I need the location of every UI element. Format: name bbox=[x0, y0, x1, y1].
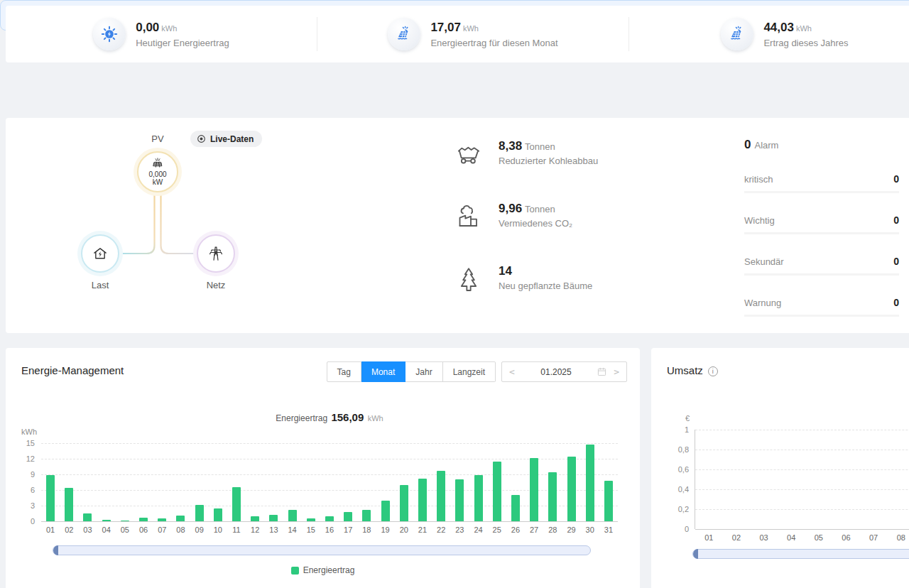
bar-23[interactable] bbox=[455, 479, 464, 521]
benefit-value: 8,38 bbox=[499, 139, 522, 153]
bar-13[interactable] bbox=[269, 515, 278, 521]
bar-02[interactable] bbox=[65, 488, 73, 521]
legend-label: Energieertrag bbox=[303, 565, 355, 575]
load-node[interactable] bbox=[81, 234, 119, 273]
dashboard: 0,00kWh Heutiger Energieertrag 17,07 bbox=[0, 0, 909, 588]
bar-04[interactable] bbox=[102, 520, 111, 521]
revenue-bar-chart: 00,20,40,60,810102030405060708091011 bbox=[695, 430, 909, 529]
grid-node[interactable] bbox=[197, 234, 235, 273]
bar-03[interactable] bbox=[83, 513, 92, 521]
bar-05[interactable] bbox=[121, 521, 129, 522]
pv-node[interactable]: 0,000 kW bbox=[137, 151, 178, 192]
tab-jahr[interactable]: Jahr bbox=[405, 361, 442, 382]
x-tick-label: 01 bbox=[41, 526, 60, 534]
chart-total-value: 156,09 bbox=[331, 411, 364, 423]
bar-22[interactable] bbox=[437, 471, 445, 521]
bar-21[interactable] bbox=[418, 479, 427, 521]
y-tick-label: 12 bbox=[12, 454, 35, 463]
y-tick-label: 9 bbox=[12, 470, 35, 479]
alarm-row-warning[interactable]: Warnung 0 bbox=[744, 297, 899, 317]
x-tick-label: 16 bbox=[320, 526, 339, 534]
bar-31[interactable] bbox=[604, 481, 613, 521]
bar-27[interactable] bbox=[530, 458, 538, 521]
stat-label: Energieertrag für diesen Monat bbox=[430, 38, 557, 48]
gridline bbox=[41, 443, 618, 444]
bar-18[interactable] bbox=[362, 510, 371, 521]
tab-langzeit[interactable]: Langzeit bbox=[443, 361, 496, 382]
prev-period-button[interactable]: < bbox=[509, 366, 515, 377]
bar-14[interactable] bbox=[288, 510, 297, 521]
bar-12[interactable] bbox=[251, 516, 259, 521]
x-tick-label: 01 bbox=[695, 533, 723, 542]
bar-25[interactable] bbox=[493, 462, 501, 521]
solar-panel-icon bbox=[388, 18, 420, 50]
alarm-row-major[interactable]: Wichtig 0 bbox=[744, 214, 899, 234]
bar-28[interactable] bbox=[548, 472, 557, 521]
x-tick-label: 03 bbox=[78, 526, 97, 534]
x-tick-label: 28 bbox=[543, 526, 562, 534]
x-tick-label: 20 bbox=[395, 526, 413, 534]
slider-grip[interactable] bbox=[53, 545, 58, 555]
alarm-row-minor[interactable]: Sekundär 0 bbox=[744, 256, 899, 276]
chart-legend[interactable]: Energieertrag bbox=[6, 565, 640, 575]
live-data-toggle[interactable]: Live-Daten bbox=[190, 131, 262, 147]
stat-value: 44,03 bbox=[763, 21, 794, 34]
stat-value: 17,07 bbox=[430, 21, 461, 34]
bar-17[interactable] bbox=[344, 512, 352, 521]
chart-series-name: Energieertrag bbox=[276, 413, 327, 423]
gridline bbox=[695, 430, 909, 430]
alarm-label: kritisch bbox=[744, 174, 773, 185]
gridline bbox=[695, 450, 909, 450]
alarm-total-label: Alarm bbox=[754, 140, 778, 151]
x-tick-label: 06 bbox=[134, 526, 153, 534]
bar-30[interactable] bbox=[586, 445, 594, 521]
bar-24[interactable] bbox=[474, 475, 483, 521]
x-tick-label: 08 bbox=[171, 526, 190, 534]
sun-energy-icon bbox=[93, 18, 126, 50]
x-tick-label: 14 bbox=[283, 526, 302, 534]
stat-unit: kWh bbox=[796, 24, 812, 33]
x-tick-label: 23 bbox=[450, 526, 469, 534]
date-value: 01.2025 bbox=[540, 367, 571, 377]
bar-16[interactable] bbox=[325, 516, 334, 521]
tab-monat[interactable]: Monat bbox=[361, 361, 405, 382]
stat-card-today: 0,00kWh Heutiger Energieertrag bbox=[6, 17, 317, 51]
bar-06[interactable] bbox=[139, 518, 148, 521]
tree-icon bbox=[454, 266, 483, 294]
bar-09[interactable] bbox=[195, 505, 204, 521]
stat-card-month: 17,07kWh Energieertrag für diesen Monat bbox=[317, 17, 628, 51]
bar-20[interactable] bbox=[400, 485, 408, 521]
alarm-label: Warnung bbox=[744, 298, 781, 308]
bar-08[interactable] bbox=[176, 516, 185, 521]
slider-grip[interactable] bbox=[693, 549, 698, 559]
date-picker[interactable]: < 01.2025 > bbox=[501, 361, 627, 382]
pv-power-value: 0,000 bbox=[148, 170, 166, 178]
revenue-info-icon[interactable]: i bbox=[708, 366, 718, 376]
stats-card-row: 0,00kWh Heutiger Energieertrag 17,07 bbox=[6, 6, 909, 62]
power-tower-icon bbox=[207, 244, 225, 263]
energy-zoom-slider[interactable] bbox=[53, 545, 591, 555]
benefit-value: 14 bbox=[499, 264, 512, 278]
revenue-y-axis-unit: € bbox=[685, 414, 690, 423]
benefit-trees: 14 Neu gepflanzte Bäume bbox=[454, 264, 668, 294]
bar-19[interactable] bbox=[381, 501, 390, 521]
revenue-panel: Umsatzi € 00,20,40,60,810102030405060708… bbox=[651, 348, 909, 588]
bar-01[interactable] bbox=[46, 475, 55, 521]
x-tick-label: 24 bbox=[469, 526, 487, 534]
y-tick-label: 0,8 bbox=[666, 445, 689, 454]
benefit-coal: 8,38Tonnen Reduzierter Kohleabbau bbox=[454, 139, 668, 169]
live-data-label: Live-Daten bbox=[210, 134, 254, 144]
next-period-button[interactable]: > bbox=[614, 366, 619, 377]
bar-26[interactable] bbox=[511, 495, 520, 521]
bar-07[interactable] bbox=[158, 518, 166, 521]
tab-tag[interactable]: Tag bbox=[327, 361, 361, 382]
bar-10[interactable] bbox=[214, 508, 222, 521]
revenue-zoom-slider[interactable] bbox=[692, 549, 909, 559]
x-tick-label: 30 bbox=[581, 526, 599, 534]
bar-29[interactable] bbox=[567, 457, 576, 521]
revenue-title: Umsatzi bbox=[667, 364, 718, 376]
bar-15[interactable] bbox=[307, 518, 315, 521]
x-tick-label: 22 bbox=[432, 526, 450, 534]
bar-11[interactable] bbox=[232, 487, 241, 521]
alarm-row-critical[interactable]: kritisch 0 bbox=[744, 173, 899, 193]
